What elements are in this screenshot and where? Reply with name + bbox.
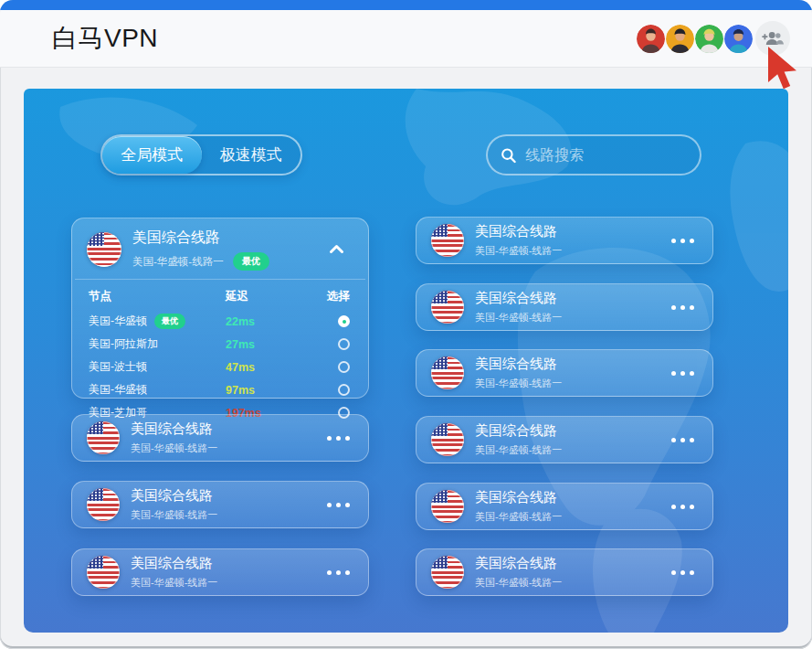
app-window: 白马VPN (0, 0, 812, 649)
line-subtitle: 美国-华盛顿-线路一 (475, 244, 562, 258)
search-input[interactable] (525, 147, 687, 164)
app-title: 白马VPN (52, 21, 158, 56)
latency-value: 47ms (226, 361, 313, 374)
line-subtitle: 美国-华盛顿-线路一 (475, 443, 562, 457)
main-panel: 全局模式 极速模式 美国综合线路 美国-华盛顿-线路一 最优 (24, 89, 788, 633)
us-flag-icon (87, 421, 120, 454)
latency-value: 22ms (226, 315, 313, 328)
line-title: 美国综合线路 (475, 555, 562, 572)
line-card-expanded: 美国综合线路 美国-华盛顿-线路一 最优 节点 延迟 选择 (71, 218, 369, 399)
line-title: 美国综合线路 (475, 290, 562, 307)
node-name: 美国-波士顿 (89, 359, 147, 375)
node-name: 美国-华盛顿 (89, 382, 147, 398)
line-subtitle: 美国-华盛顿-线路一 (131, 508, 217, 522)
best-badge: 最优 (154, 314, 185, 329)
best-badge: 最优 (233, 252, 269, 271)
node-table-header: 节点 延迟 选择 (89, 283, 350, 310)
line-card[interactable]: 美国综合线路 美国-华盛顿-线路一 (416, 483, 713, 530)
line-card[interactable]: 美国综合线路 美国-华盛顿-线路一 (416, 548, 713, 596)
window-title-bar (0, 0, 812, 10)
card-text: 美国综合线路 美国-华盛顿-线路一 (131, 420, 217, 455)
column-node: 节点 (89, 289, 226, 304)
line-title: 美国综合线路 (131, 420, 217, 438)
tab-global-mode[interactable]: 全局模式 (102, 136, 202, 174)
mode-tab-group: 全局模式 极速模式 (100, 134, 302, 176)
us-flag-icon (431, 423, 464, 456)
line-search-box[interactable] (486, 134, 701, 176)
us-flag-icon (431, 356, 464, 389)
line-card[interactable]: 美国综合线路 美国-华盛顿-线路一 (71, 414, 369, 462)
line-title: 美国综合线路 (131, 487, 217, 505)
app-header: 白马VPN (0, 10, 812, 68)
column-latency: 延迟 (226, 289, 313, 304)
node-row[interactable]: 美国-波士顿 47ms (89, 356, 350, 378)
person-plus-icon (762, 30, 784, 47)
line-title: 美国综合线路 (475, 356, 562, 373)
node-row[interactable]: 美国-阿拉斯加 27ms (89, 333, 350, 356)
radio[interactable] (338, 338, 350, 350)
more-icon[interactable] (327, 497, 350, 513)
column-select: 选择 (327, 289, 350, 304)
collapse-button[interactable] (325, 239, 348, 261)
card-text: 美国综合线路 美国-华盛顿-线路一 (475, 422, 562, 457)
user-avatar[interactable] (695, 25, 723, 53)
cursor-pointer (765, 46, 806, 101)
chevron-up-icon (329, 244, 344, 254)
card-text: 美国综合线路 美国-华盛顿-线路一 (131, 487, 217, 522)
line-subtitle: 美国-华盛顿-线路一 (131, 442, 217, 455)
line-card[interactable]: 美国综合线路 美国-华盛顿-线路一 (416, 416, 713, 463)
line-subtitle: 美国-华盛顿-线路一 (475, 377, 562, 390)
us-flag-icon (431, 490, 464, 523)
node-name: 美国-阿拉斯加 (89, 336, 158, 352)
expanded-card-header[interactable]: 美国综合线路 美国-华盛顿-线路一 最优 (72, 218, 368, 279)
more-icon[interactable] (671, 366, 694, 381)
us-flag-icon (431, 556, 464, 589)
us-flag-icon (431, 224, 464, 257)
card-text: 美国综合线路 美国-华盛顿-线路一 (475, 356, 562, 390)
node-table: 节点 延迟 选择 美国-华盛顿最优 22ms 美国-阿拉斯加 27ms 美国-波… (72, 280, 368, 424)
line-subtitle: 美国-华盛顿-线路一 (132, 255, 224, 269)
line-title: 美国综合线路 (475, 489, 562, 506)
more-icon[interactable] (327, 565, 350, 580)
line-subtitle: 美国-华盛顿-线路一 (475, 311, 562, 324)
radio[interactable] (338, 361, 350, 373)
line-card[interactable]: 美国综合线路 美国-华盛顿-线路一 (416, 349, 713, 397)
line-title: 美国综合线路 (131, 555, 217, 572)
more-icon[interactable] (671, 499, 694, 515)
line-title: 美国综合线路 (132, 229, 269, 248)
us-flag-icon (431, 291, 464, 324)
node-row[interactable]: 美国-华盛顿最优 22ms (89, 310, 350, 333)
user-avatar[interactable] (724, 25, 753, 53)
more-icon[interactable] (671, 233, 694, 249)
node-row[interactable]: 美国-华盛顿 97ms (89, 378, 350, 401)
search-icon (501, 146, 516, 165)
user-avatar[interactable] (666, 25, 694, 53)
tab-speed-mode[interactable]: 极速模式 (202, 136, 301, 174)
line-subtitle: 美国-华盛顿-线路一 (131, 576, 217, 590)
card-text: 美国综合线路 美国-华盛顿-线路一 (475, 489, 562, 524)
latency-value: 27ms (226, 338, 313, 351)
user-avatar[interactable] (637, 25, 665, 53)
line-card[interactable]: 美国综合线路 美国-华盛顿-线路一 (416, 283, 713, 331)
us-flag-icon (87, 556, 120, 589)
line-card[interactable]: 美国综合线路 美国-华盛顿-线路一 (71, 548, 369, 596)
card-text: 美国综合线路 美国-华盛顿-线路一 (131, 555, 217, 590)
line-title: 美国综合线路 (475, 422, 562, 440)
us-flag-icon (87, 488, 120, 521)
card-text: 美国综合线路 美国-华盛顿-线路一 (475, 290, 562, 324)
card-text: 美国综合线路 美国-华盛顿-线路一 (475, 555, 562, 590)
more-icon[interactable] (327, 431, 350, 446)
more-icon[interactable] (671, 565, 694, 580)
more-icon[interactable] (671, 300, 694, 315)
card-text: 美国综合线路 美国-华盛顿-线路一 (475, 223, 562, 258)
more-icon[interactable] (671, 432, 694, 448)
radio[interactable] (338, 384, 350, 396)
line-subtitle: 美国-华盛顿-线路一 (475, 576, 562, 590)
line-card[interactable]: 美国综合线路 美国-华盛顿-线路一 (416, 217, 713, 264)
card-text: 美国综合线路 美国-华盛顿-线路一 最优 (132, 229, 269, 271)
us-flag-icon (87, 232, 121, 267)
line-card[interactable]: 美国综合线路 美国-华盛顿-线路一 (71, 481, 369, 528)
radio[interactable] (338, 315, 350, 327)
line-subtitle: 美国-华盛顿-线路一 (475, 510, 562, 524)
node-name: 美国-华盛顿 (89, 314, 147, 329)
